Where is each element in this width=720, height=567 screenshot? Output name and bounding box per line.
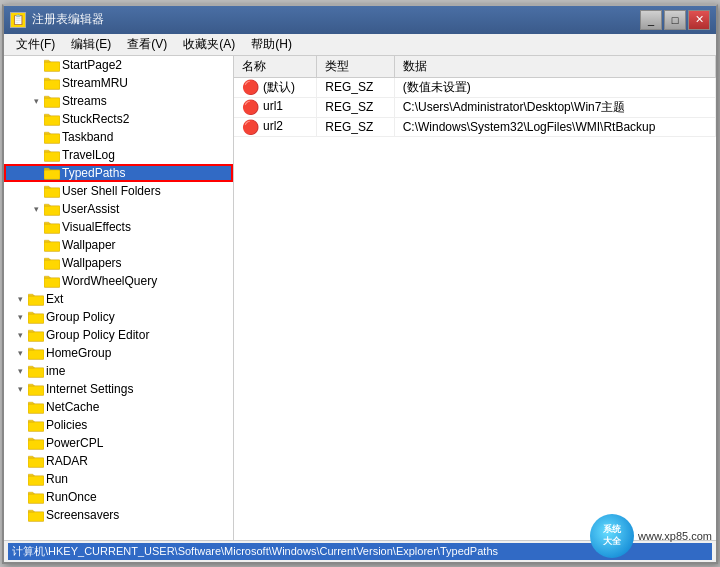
expand-icon-netcache[interactable] <box>12 399 28 415</box>
svg-rect-17 <box>28 367 44 377</box>
folder-icon-userassist <box>44 201 60 217</box>
folder-icon-screensavers <box>28 507 44 523</box>
menu-help[interactable]: 帮助(H) <box>243 34 300 55</box>
minimize-button[interactable]: _ <box>640 10 662 30</box>
expand-icon-streammru[interactable] <box>28 75 44 91</box>
tree-label-userassist: UserAssist <box>62 202 119 216</box>
table-row[interactable]: 🔴url1REG_SZC:\Users\Administrator\Deskto… <box>234 97 716 117</box>
folder-icon-powercpl <box>28 435 44 451</box>
tree-item-run[interactable]: Run <box>4 470 233 488</box>
svg-rect-2 <box>44 97 60 107</box>
reg-type-cell: REG_SZ <box>317 77 394 97</box>
tree-item-streammru[interactable]: StreamMRU <box>4 74 233 92</box>
registry-table: 名称 类型 数据 🔴(默认)REG_SZ(数值未设置)🔴url1REG_SZC:… <box>234 56 716 137</box>
title-bar-left: 📋 注册表编辑器 <box>10 11 104 28</box>
tree-item-policies[interactable]: Policies <box>4 416 233 434</box>
expand-icon-visualeffects[interactable] <box>28 219 44 235</box>
maximize-button[interactable]: □ <box>664 10 686 30</box>
expand-icon-userassist[interactable]: ▾ <box>28 201 44 217</box>
tree-item-ime[interactable]: ▾ ime <box>4 362 233 380</box>
col-name[interactable]: 名称 <box>234 56 317 78</box>
title-controls: _ □ ✕ <box>640 10 710 30</box>
folder-icon-grouppolicy <box>28 309 44 325</box>
tree-item-runonce[interactable]: RunOnce <box>4 488 233 506</box>
tree-item-screensavers[interactable]: Screensavers <box>4 506 233 524</box>
expand-icon-runonce[interactable] <box>12 489 28 505</box>
expand-icon-typedpaths[interactable] <box>28 165 44 181</box>
tree-item-radar[interactable]: RADAR <box>4 452 233 470</box>
tree-item-homegroup[interactable]: ▾ HomeGroup <box>4 344 233 362</box>
expand-icon-powercpl[interactable] <box>12 435 28 451</box>
expand-icon-grouppolicy[interactable]: ▾ <box>12 309 28 325</box>
svg-rect-16 <box>28 349 44 359</box>
tree-item-streams[interactable]: ▾ Streams <box>4 92 233 110</box>
tree-item-userassist[interactable]: ▾ UserAssist <box>4 200 233 218</box>
reg-name-cell: 🔴url2 <box>234 117 317 136</box>
tree-label-wallpapers: Wallpapers <box>62 256 122 270</box>
folder-icon-ext <box>28 291 44 307</box>
expand-icon-homegroup[interactable]: ▾ <box>12 345 28 361</box>
folder-icon-startpage2 <box>44 57 60 73</box>
tree-label-usershellfolders: User Shell Folders <box>62 184 161 198</box>
tree-item-visualeffects[interactable]: VisualEffects <box>4 218 233 236</box>
folder-icon-travellog <box>44 147 60 163</box>
tree-label-grouppolicyeditor: Group Policy Editor <box>46 328 149 342</box>
svg-rect-11 <box>44 259 60 269</box>
expand-icon-grouppolicyeditor[interactable]: ▾ <box>12 327 28 343</box>
tree-item-stuckrects2[interactable]: StuckRects2 <box>4 110 233 128</box>
expand-icon-wallpaper[interactable] <box>28 237 44 253</box>
expand-icon-travellog[interactable] <box>28 147 44 163</box>
menu-favorites[interactable]: 收藏夹(A) <box>175 34 243 55</box>
expand-icon-ext[interactable]: ▾ <box>12 291 28 307</box>
expand-icon-internetsettings[interactable]: ▾ <box>12 381 28 397</box>
tree-item-grouppolicy[interactable]: ▾ Group Policy <box>4 308 233 326</box>
tree-item-usershellfolders[interactable]: User Shell Folders <box>4 182 233 200</box>
tree-item-travellog[interactable]: TravelLog <box>4 146 233 164</box>
tree-item-typedpaths[interactable]: TypedPaths <box>4 164 233 182</box>
svg-rect-1 <box>44 79 60 89</box>
tree-item-grouppolicyeditor[interactable]: ▾ Group Policy Editor <box>4 326 233 344</box>
tree-label-visualeffects: VisualEffects <box>62 220 131 234</box>
expand-icon-wheelquery[interactable] <box>28 273 44 289</box>
folder-icon-usershellfolders <box>44 183 60 199</box>
expand-icon-ime[interactable]: ▾ <box>12 363 28 379</box>
tree-item-wallpaper[interactable]: Wallpaper <box>4 236 233 254</box>
close-button[interactable]: ✕ <box>688 10 710 30</box>
svg-rect-14 <box>28 313 44 323</box>
tree-item-wheelquery[interactable]: WordWheelQuery <box>4 272 233 290</box>
expand-icon-radar[interactable] <box>12 453 28 469</box>
folder-icon-wallpaper <box>44 237 60 253</box>
tree-item-startpage2[interactable]: StartPage2 <box>4 56 233 74</box>
tree-label-radar: RADAR <box>46 454 88 468</box>
menu-file[interactable]: 文件(F) <box>8 34 63 55</box>
tree-item-ext[interactable]: ▾ Ext <box>4 290 233 308</box>
col-type[interactable]: 类型 <box>317 56 394 78</box>
reg-type-cell: REG_SZ <box>317 117 394 136</box>
expand-icon-run[interactable] <box>12 471 28 487</box>
expand-icon-policies[interactable] <box>12 417 28 433</box>
tree-label-streams: Streams <box>62 94 107 108</box>
col-data[interactable]: 数据 <box>394 56 715 78</box>
expand-icon-streams[interactable]: ▾ <box>28 93 44 109</box>
table-row[interactable]: 🔴(默认)REG_SZ(数值未设置) <box>234 77 716 97</box>
expand-icon-usershellfolders[interactable] <box>28 183 44 199</box>
menu-edit[interactable]: 编辑(E) <box>63 34 119 55</box>
folder-icon-grouppolicyeditor <box>28 327 44 343</box>
expand-icon-startpage2[interactable] <box>28 57 44 73</box>
table-row[interactable]: 🔴url2REG_SZC:\Windows\System32\LogFiles\… <box>234 117 716 136</box>
expand-icon-taskband[interactable] <box>28 129 44 145</box>
tree-item-taskband[interactable]: Taskband <box>4 128 233 146</box>
tree-label-homegroup: HomeGroup <box>46 346 111 360</box>
tree-item-netcache[interactable]: NetCache <box>4 398 233 416</box>
expand-icon-wallpapers[interactable] <box>28 255 44 271</box>
tree-item-powercpl[interactable]: PowerCPL <box>4 434 233 452</box>
expand-icon-stuckrects2[interactable] <box>28 111 44 127</box>
folder-icon-stuckrects2 <box>44 111 60 127</box>
svg-rect-15 <box>28 331 44 341</box>
tree-item-internetsettings[interactable]: ▾ Internet Settings <box>4 380 233 398</box>
reg-type-cell: REG_SZ <box>317 97 394 117</box>
tree-item-wallpapers[interactable]: Wallpapers <box>4 254 233 272</box>
expand-icon-screensavers[interactable] <box>12 507 28 523</box>
menu-view[interactable]: 查看(V) <box>119 34 175 55</box>
svg-rect-12 <box>44 277 60 287</box>
